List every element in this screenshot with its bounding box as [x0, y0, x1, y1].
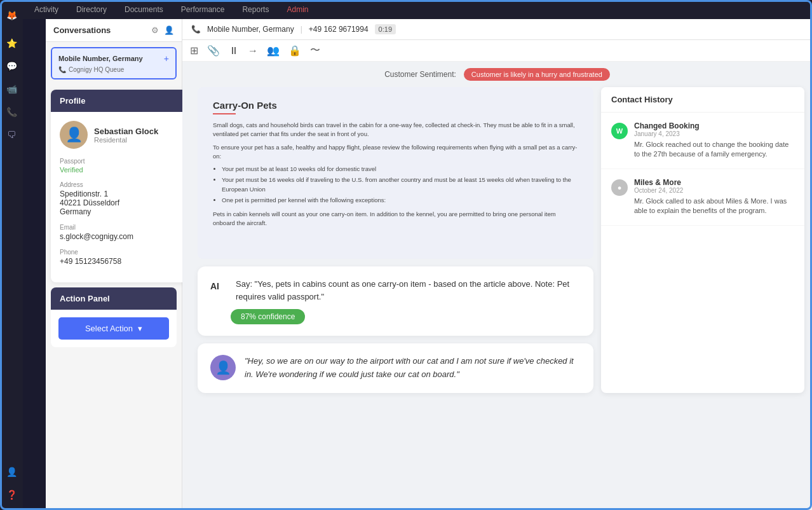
settings-icon[interactable]: ⚙ — [151, 25, 159, 35]
history-desc-2: Mr. Glock called to ask about Miles & Mo… — [634, 196, 794, 216]
conversations-icons: ⚙ 👤 — [151, 25, 174, 35]
call-number: +49 162 9671994 — [309, 25, 369, 34]
profile-name: Sebastian Glock — [94, 127, 158, 136]
topbar-admin[interactable]: Admin — [283, 4, 312, 15]
ai-suggestion-card: AI Say: "Yes, pets in cabins count as on… — [198, 266, 593, 336]
sidebar-nav: 🦊 ⭐ 💬 📹 📞 🗨 👤 ❓ — [0, 0, 23, 510]
history-date-2: October 24, 2022 — [634, 187, 794, 194]
contact-history-header: Contact History — [601, 87, 804, 113]
grid-icon[interactable]: ⊞ — [190, 45, 198, 57]
users-icon[interactable]: 👥 — [267, 45, 280, 57]
article-underline — [213, 113, 236, 114]
topbar-performance[interactable]: Performance — [177, 4, 229, 15]
conversations-panel: Conversations ⚙ 👤 Mobile Number, Germany… — [46, 19, 182, 510]
history-item-2: ● Miles & More October 24, 2022 Mr. Gloc… — [601, 169, 804, 226]
contact-history-card: Contact History W Changed Booking Januar… — [601, 87, 804, 393]
history-item-1: W Changed Booking January 4, 2023 Mr. Gl… — [601, 113, 804, 169]
call-tools: ⊞ 📎 ⏸ → 👥 🔒 〜 — [182, 40, 812, 62]
call-separator: | — [301, 25, 302, 34]
nav-chat[interactable]: 💬 — [1, 56, 22, 76]
lock-icon[interactable]: 🔒 — [288, 45, 301, 57]
conversations-header: Conversations ⚙ 👤 — [46, 19, 182, 42]
history-content-2: Miles & More October 24, 2022 Mr. Glock … — [634, 178, 794, 216]
topbar-documents[interactable]: Documents — [121, 4, 167, 15]
nav-user[interactable]: 👤 — [1, 462, 22, 482]
action-panel-header: Action Panel — [51, 287, 177, 310]
wave-icon[interactable]: 〜 — [310, 44, 320, 57]
ai-icon: AI — [210, 279, 228, 295]
call-channel: Mobile Number, Germany — [207, 25, 294, 34]
article-rule-1: Your pet must be at least 10 weeks old f… — [222, 165, 578, 174]
content-area: Conversations ⚙ 👤 Mobile Number, Germany… — [46, 19, 812, 510]
sentiment-bar: Customer Sentiment: Customer is likely i… — [182, 62, 812, 87]
call-phone-icon: 📞 — [191, 25, 201, 34]
whatsapp-icon: W — [611, 123, 628, 139]
conv-queue: 📞 Cognigy HQ Queue — [58, 66, 169, 73]
sentiment-badge: Customer is likely in a hurry and frustr… — [464, 68, 610, 81]
chevron-down-icon: ▾ — [138, 324, 142, 333]
app-logo[interactable]: 🦊 — [1, 5, 22, 25]
svg-text:AI: AI — [210, 281, 219, 291]
miles-icon: ● — [611, 179, 628, 196]
transfer-icon[interactable]: → — [248, 45, 258, 57]
confidence-badge: 87% confidence — [231, 309, 305, 324]
nav-activity[interactable]: ⭐ — [1, 33, 22, 53]
nav-message[interactable]: 🗨 — [1, 125, 22, 145]
ai-suggestion-text: Say: "Yes, pets in cabins count as one c… — [236, 278, 581, 303]
profile-subtitle: Residental — [94, 136, 158, 144]
add-conversation-icon[interactable]: 👤 — [164, 25, 174, 35]
sentiment-label: Customer Sentiment: — [384, 70, 456, 79]
history-title-1: Changed Booking — [634, 121, 794, 130]
nav-help[interactable]: ❓ — [1, 485, 22, 505]
conv-title: Mobile Number, Germany — [58, 55, 143, 62]
attachment-icon[interactable]: 📎 — [207, 45, 220, 57]
action-panel-container: Action Panel Select Action ▾ — [51, 287, 177, 347]
action-panel-body: Select Action ▾ — [51, 310, 177, 347]
conv-add-icon[interactable]: + — [164, 53, 169, 64]
history-content-1: Changed Booking January 4, 2023 Mr. Gloc… — [634, 121, 794, 160]
history-title-2: Miles & More — [634, 178, 794, 187]
customer-message-card: 👤 "Hey, so we are on our way to the airp… — [198, 343, 593, 393]
topbar-activity[interactable]: Activity — [30, 4, 62, 15]
article-rule-3: One pet is permitted per kennel with the… — [222, 196, 578, 205]
conversations-title: Conversations — [53, 25, 111, 35]
phone-small-icon: 📞 — [58, 66, 66, 73]
customer-avatar: 👤 — [210, 355, 236, 380]
ai-suggestion-row: AI Say: "Yes, pets in cabins count as on… — [210, 278, 581, 303]
customer-message-text: "Hey, so we are on our way to the airpor… — [245, 355, 581, 382]
article-rule-2: Your pet must be 16 weeks old if traveli… — [222, 176, 578, 194]
main-layout: Activity Directory Documents Performance… — [46, 19, 812, 510]
main-content: 📞 Mobile Number, Germany | +49 162 96719… — [182, 19, 812, 510]
article-title: Carry-On Pets — [213, 100, 578, 111]
center-content: Carry-On Pets Small dogs, cats and house… — [190, 87, 601, 393]
history-date-1: January 4, 2023 — [634, 130, 794, 137]
avatar: 👤 — [60, 121, 88, 149]
topbar-reports[interactable]: Reports — [238, 4, 273, 15]
select-action-button[interactable]: Select Action ▾ — [58, 317, 169, 340]
topbar-directory[interactable]: Directory — [72, 4, 111, 15]
topbar: Activity Directory Documents Performance… — [23, 0, 812, 19]
history-desc-1: Mr. Glock reached out to change the book… — [634, 140, 794, 160]
profile-section: Profile 👤 Sebastian Glock Residental — [51, 90, 177, 505]
conversation-item[interactable]: Mobile Number, Germany + 📞 Cognigy HQ Qu… — [51, 47, 177, 79]
nav-video[interactable]: 📹 — [1, 79, 22, 99]
article-card: Carry-On Pets Small dogs, cats and house… — [198, 87, 593, 259]
article-body: Small dogs, cats and household birds can… — [213, 121, 578, 228]
nav-phone[interactable]: 📞 — [1, 102, 22, 122]
cards-area: Carry-On Pets Small dogs, cats and house… — [182, 87, 812, 401]
call-bar: 📞 Mobile Number, Germany | +49 162 96719… — [182, 19, 812, 40]
call-timer: 0:19 — [375, 24, 396, 34]
pause-icon[interactable]: ⏸ — [229, 45, 239, 57]
